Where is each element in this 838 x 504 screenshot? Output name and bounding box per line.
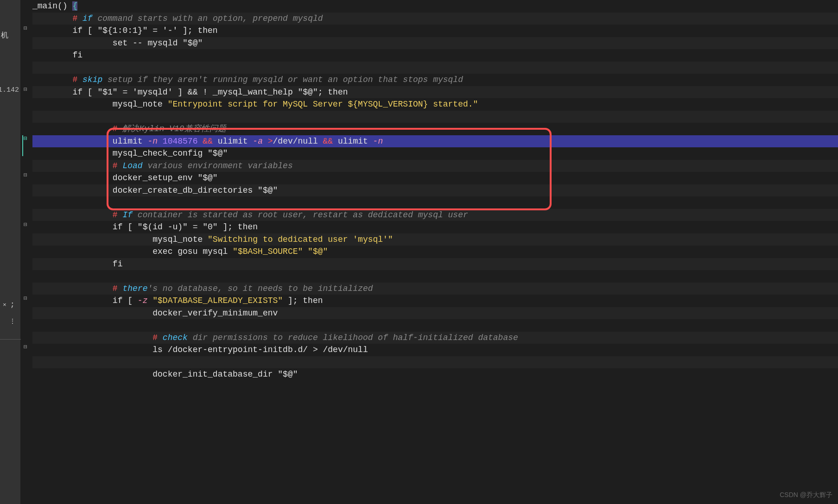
fold-marker-icon[interactable]: ⊟ xyxy=(22,86,29,93)
fold-marker-icon[interactable]: ⊟ xyxy=(22,171,29,179)
activity-sidebar: 机 1.142 × ; ⋮ xyxy=(0,0,21,504)
code-line: docker_verify_minimum_env xyxy=(32,307,838,320)
sidebar-separator xyxy=(0,339,21,340)
close-icon[interactable]: × xyxy=(3,302,6,309)
bracket-indicator xyxy=(22,135,23,156)
code-editor[interactable]: _main() { # if command starts with an op… xyxy=(32,0,838,504)
code-line: _main() { xyxy=(32,0,838,13)
sidebar-ip-label: 1.142 xyxy=(0,86,19,94)
code-line-highlighted: ulimit -n 1048576 && ulimit -a >/dev/nul… xyxy=(32,135,838,148)
code-line: if [ "$1" = 'mysqld' ] && ! _mysql_want_… xyxy=(32,86,838,99)
code-line xyxy=(32,270,838,283)
code-line xyxy=(32,319,838,332)
editor-gutter xyxy=(21,0,34,504)
fold-marker-icon[interactable]: ⊟ xyxy=(22,343,29,351)
code-line: docker_init_database_dir "$@" xyxy=(32,368,838,381)
code-line: # 解决Kylin V10兼容性问题 xyxy=(32,123,838,135)
kebab-icon[interactable]: ⋮ xyxy=(9,317,16,325)
watermark-text: CSDN @乔大辉子 xyxy=(780,491,832,499)
code-line xyxy=(32,356,838,369)
code-line: mysql_check_config "$@" xyxy=(32,147,838,160)
code-line: # Load various environment variables xyxy=(32,160,838,172)
fold-marker-icon[interactable]: ⊟ xyxy=(22,221,29,228)
code-line: ls /docker-entrypoint-initdb.d/ > /dev/n… xyxy=(32,344,838,356)
fold-marker-icon[interactable]: ⊟ xyxy=(22,25,29,32)
code-line: mysql_note "Switching to dedicated user … xyxy=(32,233,838,246)
code-line: fi xyxy=(32,258,838,271)
code-line: if [ -z "$DATABASE_ALREADY_EXISTS" ]; th… xyxy=(32,295,838,307)
code-line: # there's no database, so it needs to be… xyxy=(32,283,838,295)
tab-close-marker[interactable]: ; xyxy=(10,301,15,309)
code-line xyxy=(32,62,838,74)
code-line: # skip setup if they aren't running mysq… xyxy=(32,74,838,86)
code-line: exec gosu mysql "$BASH_SOURCE" "$@" xyxy=(32,246,838,258)
code-line: mysql_note "Entrypoint script for MySQL … xyxy=(32,98,838,111)
code-line: # If container is started as root user, … xyxy=(32,209,838,221)
fold-marker-icon[interactable]: ⊟ xyxy=(22,295,29,302)
code-line: docker_create_db_directories "$@" xyxy=(32,184,838,197)
fold-marker-icon[interactable]: ⊟ xyxy=(22,135,29,142)
code-line xyxy=(32,196,838,209)
code-line: # check dir permissions to reduce likeli… xyxy=(32,332,838,344)
sidebar-tab-label[interactable]: 机 xyxy=(1,31,8,40)
code-line xyxy=(32,111,838,123)
code-line: docker_setup_env "$@" xyxy=(32,172,838,184)
code-line: set -- mysqld "$@" xyxy=(32,37,838,50)
code-line: if [ "$(id -u)" = "0" ]; then xyxy=(32,221,838,233)
code-line: # if command starts with an option, prep… xyxy=(32,13,838,25)
code-line: if [ "${1:0:1}" = '-' ]; then xyxy=(32,25,838,37)
code-line: fi xyxy=(32,49,838,62)
